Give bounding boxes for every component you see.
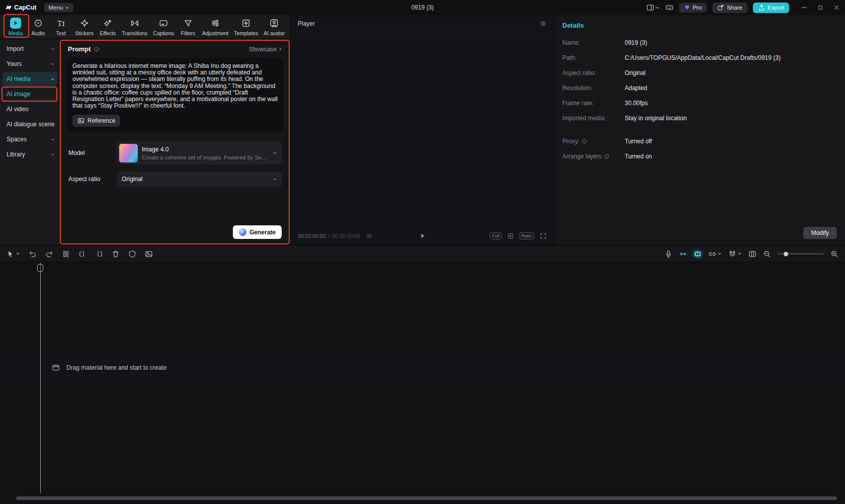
showcase-link[interactable]: Showcase: [249, 46, 283, 53]
tab-templates[interactable]: Templates: [231, 16, 261, 38]
record-voiceover-button[interactable]: [664, 250, 672, 258]
aspect-ratio-dropdown[interactable]: Original: [117, 172, 282, 187]
detail-label: Aspect ratio:: [562, 69, 625, 76]
menu-button[interactable]: Menu: [44, 3, 73, 12]
full-quality-badge[interactable]: Full: [490, 232, 501, 239]
tab-audio[interactable]: Audio: [27, 16, 49, 38]
delete-right-button[interactable]: [95, 250, 103, 258]
sidebar-item-ai-image[interactable]: AI image: [0, 87, 60, 102]
still-frame-button[interactable]: [145, 250, 153, 258]
tab-stickers[interactable]: Stickers: [72, 16, 96, 38]
link-clips-button[interactable]: [708, 250, 722, 258]
model-dropdown[interactable]: Image 4.0 Create a cohesive set of image…: [117, 141, 282, 164]
detail-label: Frame rate:: [562, 100, 625, 107]
tab-filters[interactable]: Filters: [177, 16, 199, 38]
export-button[interactable]: Export: [753, 3, 789, 13]
preview-quality-button[interactable]: [748, 250, 756, 258]
fullscreen-button[interactable]: [540, 232, 547, 239]
share-icon: [717, 4, 724, 11]
tab-label: Filters: [181, 30, 195, 36]
tab-text[interactable]: Text: [50, 16, 72, 38]
tab-ai-avatar[interactable]: AI avatar: [261, 16, 287, 38]
detail-label: Path:: [562, 54, 625, 61]
aspect-ratio-row: Aspect ratio Original: [68, 172, 282, 187]
keyboard-icon: [665, 4, 673, 12]
detail-value: Adapted: [625, 85, 837, 92]
tab-captions[interactable]: Captions: [150, 16, 176, 38]
info-icon[interactable]: [604, 153, 610, 159]
reference-button[interactable]: Reference: [72, 115, 120, 127]
prompt-label: Prompt: [68, 45, 100, 53]
playhead-line[interactable]: [40, 263, 41, 493]
undo-button[interactable]: [29, 250, 37, 258]
split-button[interactable]: [62, 250, 70, 258]
aspect-ratio-label: Aspect ratio: [68, 176, 117, 183]
redo-icon: [45, 250, 53, 258]
sidebar-item-import[interactable]: Import: [0, 41, 60, 56]
sidebar-item-yours[interactable]: Yours: [0, 56, 60, 71]
minimize-button[interactable]: [801, 4, 808, 11]
player-menu-button[interactable]: [540, 20, 547, 27]
tab-label: Templates: [234, 30, 258, 36]
detail-row-arrange-layers: Arrange layers Turned on: [554, 149, 845, 164]
share-button[interactable]: Share: [712, 3, 747, 13]
pro-label: Pro: [693, 5, 702, 11]
auto-ripple-button[interactable]: [694, 250, 702, 258]
tab-adjustment[interactable]: Adjustment: [200, 16, 231, 38]
filters-icon: [183, 18, 194, 29]
play-button[interactable]: [419, 232, 426, 239]
delete-button[interactable]: [112, 250, 120, 258]
zoom-in-button[interactable]: [830, 250, 838, 258]
sidebar-item-ai-video[interactable]: AI video: [0, 102, 60, 117]
info-icon[interactable]: [581, 138, 587, 144]
maximize-button[interactable]: [817, 5, 823, 11]
horizontal-scrollbar[interactable]: [16, 496, 837, 500]
detail-value: Stay in original location: [625, 115, 837, 122]
snap-button[interactable]: [728, 250, 742, 258]
titlebar-actions: Pro Share Export: [646, 3, 840, 13]
sidebar-item-ai-media[interactable]: AI media: [3, 72, 57, 86]
zoom-slider[interactable]: [778, 253, 824, 255]
chevron-down-icon: [50, 47, 55, 51]
detail-value: 30.00fps: [625, 100, 837, 107]
pro-badge[interactable]: Pro: [679, 3, 707, 13]
sidebar-item-ai-dialogue-scene[interactable]: AI dialogue scene: [0, 117, 60, 132]
magnet-icon: [728, 250, 736, 258]
redo-button[interactable]: [45, 250, 53, 258]
keyframe-icon: [679, 250, 687, 258]
prompt-text[interactable]: Generate a hilarious internet meme image…: [72, 63, 278, 109]
tab-label: Adjustment: [202, 30, 229, 36]
ratio-badge[interactable]: Ratio: [520, 232, 534, 239]
layout-switch-button[interactable]: [646, 4, 660, 12]
zoom-slider-knob[interactable]: [784, 251, 788, 256]
sidebar-item-spaces[interactable]: Spaces: [0, 132, 60, 147]
prompt-textarea[interactable]: Generate a hilarious internet meme image…: [67, 58, 284, 132]
focus-button[interactable]: [507, 232, 514, 239]
zoom-out-icon: [763, 250, 771, 258]
timeline-drop-zone[interactable]: Drag material here and start to create: [0, 354, 845, 381]
tab-media[interactable]: Media: [5, 16, 27, 38]
modify-button[interactable]: Modify: [803, 227, 837, 239]
info-icon[interactable]: [94, 46, 100, 52]
close-button[interactable]: [833, 4, 840, 11]
model-thumbnail: [119, 144, 138, 162]
playhead-handle[interactable]: [37, 264, 43, 272]
delete-left-button[interactable]: [78, 250, 87, 258]
media-icon: [10, 18, 21, 29]
sidebar-item-library[interactable]: Library: [0, 147, 60, 162]
captions-icon: [158, 18, 169, 29]
frame-grid-icon[interactable]: [366, 233, 372, 239]
hamburger-icon: [540, 20, 547, 27]
timeline[interactable]: Drag material here and start to create: [0, 263, 845, 504]
timecode-total: 00:00:00:00: [332, 233, 360, 239]
zoom-out-button[interactable]: [763, 250, 771, 258]
generate-button[interactable]: Generate: [233, 225, 282, 239]
details-panel: Details Name: 0919 (3) Path: C:/Users/TO…: [554, 15, 845, 245]
tab-effects[interactable]: Effects: [97, 16, 119, 38]
window-controls: [801, 4, 840, 11]
mask-button[interactable]: [128, 250, 136, 258]
tab-transitions[interactable]: Transitions: [119, 16, 150, 38]
keyframe-button[interactable]: [679, 250, 687, 258]
select-tool-button[interactable]: [7, 250, 20, 258]
shortcuts-button[interactable]: [665, 4, 673, 12]
